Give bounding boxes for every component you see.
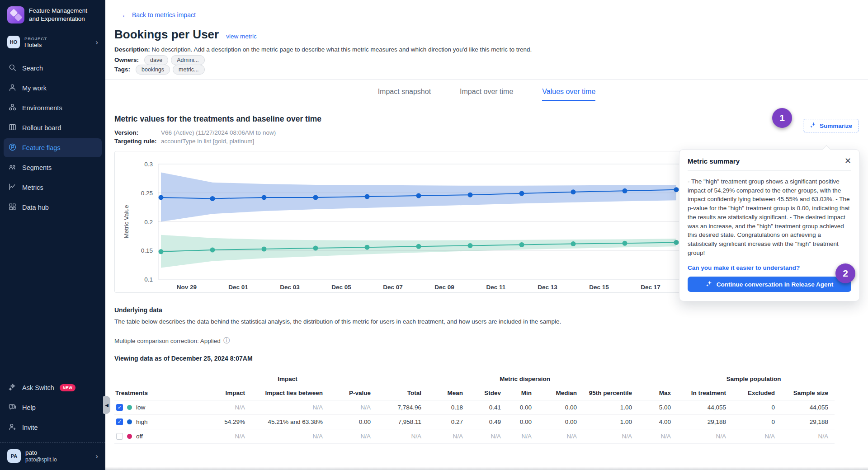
- sidebar-item-label: Invite: [22, 424, 38, 431]
- tag-pill[interactable]: metric...: [173, 65, 204, 75]
- close-icon[interactable]: ✕: [844, 157, 851, 165]
- info-icon[interactable]: ⓘ: [223, 337, 230, 345]
- table-cell: N/A: [251, 400, 329, 415]
- data-point-high[interactable]: [519, 191, 524, 196]
- owners-label: Owners:: [114, 56, 139, 63]
- owner-pill[interactable]: Admini...: [171, 55, 205, 65]
- popover-caret: [822, 145, 831, 154]
- table-cell: 29,188: [781, 415, 835, 429]
- description-label: Description:: [114, 46, 150, 53]
- project-name: Hotels: [24, 42, 47, 48]
- table-cell: N/A: [583, 429, 638, 444]
- tab-impact-snapshot[interactable]: Impact snapshot: [378, 88, 431, 101]
- data-point-high[interactable]: [262, 195, 267, 200]
- y-tick-label: 0.2: [144, 219, 153, 226]
- table-cell: 44,055: [781, 400, 835, 415]
- y-tick-label: 0.1: [144, 276, 153, 283]
- data-point-low[interactable]: [262, 247, 267, 252]
- app-logo-row[interactable]: Feature Management and Experimentation: [0, 0, 105, 30]
- data-point-high[interactable]: [623, 188, 627, 193]
- chevron-right-icon[interactable]: ›: [95, 452, 101, 460]
- view-metric-link[interactable]: view metric: [226, 33, 257, 40]
- sidebar-item-label: Segments: [22, 164, 52, 171]
- tab-bar: Impact snapshotImpact over timeValues ov…: [105, 88, 868, 101]
- version-value: V66 (Active) (11/27/2024 08:06AM to now): [161, 129, 276, 136]
- sidebar-item-search[interactable]: Search: [4, 59, 102, 78]
- tag-pill[interactable]: bookings: [136, 65, 170, 75]
- sidebar-item-help[interactable]: Help: [4, 398, 102, 417]
- data-point-low[interactable]: [571, 241, 576, 246]
- sparkles-icon: [810, 122, 816, 130]
- sidebar-item-label: Ask Switch: [22, 384, 54, 391]
- underlying-data-description: The table below describes the data behin…: [114, 318, 868, 325]
- project-badge: HO: [7, 36, 20, 48]
- data-point-low[interactable]: [468, 243, 473, 248]
- sidebar-collapse-handle[interactable]: ◀: [103, 396, 110, 414]
- chevron-right-icon[interactable]: ›: [95, 38, 101, 46]
- data-point-high[interactable]: [159, 195, 164, 200]
- x-tick-label: Dec 07: [383, 284, 403, 291]
- user-menu[interactable]: PA pato pato@split.io ›: [0, 443, 105, 470]
- sidebar-item-invite[interactable]: Invite: [4, 418, 102, 437]
- treatment-checkbox-low[interactable]: ✓: [116, 404, 123, 411]
- table-cell: 0.00: [507, 415, 538, 429]
- easier-to-understand-link[interactable]: Can you make it easier to understand?: [688, 264, 851, 271]
- data-point-low[interactable]: [159, 249, 164, 254]
- table-row-low: ✓ low N/AN/AN/A7,784.960.180.410.000.001…: [114, 400, 835, 415]
- table-cell: 7,784.96: [377, 400, 428, 415]
- data-point-high[interactable]: [571, 189, 576, 194]
- sidebar-item-label: Data hub: [22, 204, 49, 211]
- sidebar-item-rollout-board[interactable]: Rollout board: [4, 118, 102, 137]
- back-link[interactable]: ←Back to metrics impact: [122, 11, 196, 19]
- tab-values-over-time[interactable]: Values over time: [542, 88, 595, 101]
- treatment-name: high: [136, 418, 148, 425]
- table-cell: N/A: [538, 429, 583, 444]
- sidebar-item-ask-switch[interactable]: Ask Switch NEW: [4, 378, 102, 397]
- data-point-low[interactable]: [519, 242, 524, 247]
- help-icon: [8, 403, 17, 413]
- tab-impact-over-time[interactable]: Impact over time: [460, 88, 513, 101]
- data-point-low[interactable]: [623, 241, 627, 246]
- owner-pill[interactable]: dave: [144, 55, 168, 65]
- sparkles-icon: [706, 280, 712, 288]
- annotation-badge-1: 1: [772, 108, 792, 128]
- rollout-board-icon: [8, 123, 17, 133]
- data-point-high[interactable]: [468, 193, 473, 197]
- data-point-high[interactable]: [416, 193, 421, 198]
- sidebar-item-label: Search: [22, 65, 43, 72]
- data-point-high[interactable]: [313, 195, 318, 200]
- metrics-icon: [8, 183, 17, 193]
- sidebar-item-label: Feature flags: [22, 144, 61, 151]
- data-point-high[interactable]: [674, 187, 679, 192]
- sidebar-item-my-work[interactable]: My work: [4, 79, 102, 98]
- data-point-low[interactable]: [674, 240, 679, 245]
- sidebar-item-data-hub[interactable]: Data hub: [4, 198, 102, 217]
- data-point-high[interactable]: [365, 194, 370, 199]
- sidebar-item-label: My work: [22, 85, 47, 92]
- summarize-button[interactable]: Summarize: [803, 119, 859, 132]
- sidebar-item-environments[interactable]: Environments: [4, 99, 102, 118]
- data-point-low[interactable]: [313, 246, 318, 251]
- sidebar-item-metrics[interactable]: Metrics: [4, 178, 102, 197]
- data-point-low[interactable]: [365, 245, 370, 250]
- table-cell: 0.00: [538, 415, 583, 429]
- table-cell: 4.00: [638, 415, 677, 429]
- sidebar-item-segments[interactable]: Segments: [4, 158, 102, 177]
- data-point-low[interactable]: [416, 244, 421, 249]
- arrow-left-icon: ←: [122, 11, 128, 19]
- confidence-band-low: [161, 235, 676, 268]
- continue-conversation-button[interactable]: Continue conversation in Release Agent: [688, 277, 851, 292]
- x-tick-label: Dec 15: [589, 284, 609, 291]
- tags-label: Tags:: [114, 66, 130, 73]
- x-tick-label: Dec 17: [641, 284, 660, 291]
- table-cell: 7,958.11: [377, 415, 428, 429]
- sidebar-item-feature-flags[interactable]: Feature flags: [4, 138, 102, 157]
- project-switcher[interactable]: HO PROJECT Hotels ›: [0, 30, 105, 54]
- treatment-checkbox-high[interactable]: ✓: [116, 418, 123, 425]
- table-cell: 0.49: [469, 415, 507, 429]
- header-divider: [105, 79, 868, 80]
- data-point-high[interactable]: [210, 196, 215, 201]
- treatment-checkbox-off[interactable]: [116, 433, 123, 440]
- data-point-low[interactable]: [210, 248, 215, 253]
- sidebar-item-label: Metrics: [22, 184, 43, 191]
